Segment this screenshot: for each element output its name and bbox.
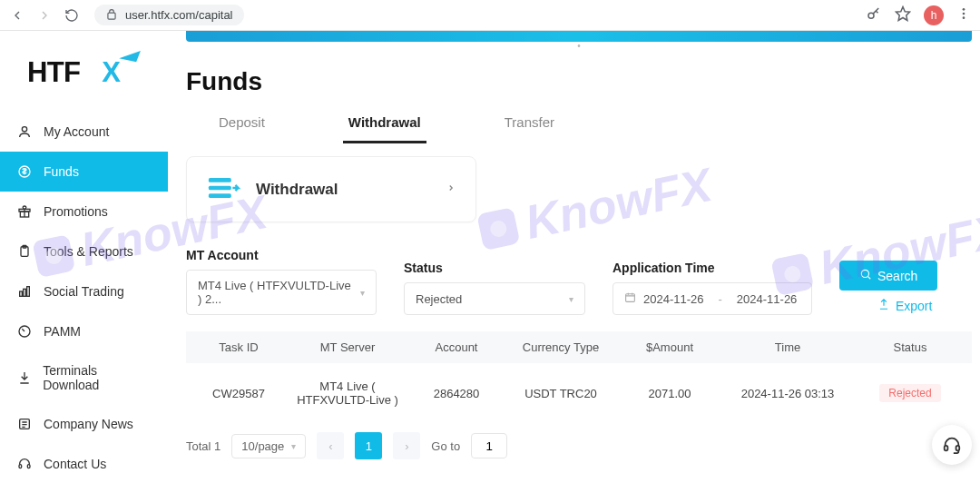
svg-rect-26: [945, 446, 948, 451]
table-header: Task ID MT Server Account Currency Type …: [186, 331, 972, 363]
date-separator: -: [719, 292, 722, 306]
mt-account-select[interactable]: MT4 Live ( HTFXVULTD-Live ) 2... ▾: [186, 270, 377, 315]
news-icon: [16, 416, 33, 432]
chevron-down-icon: ▾: [569, 294, 573, 304]
status-label: Status: [404, 261, 585, 275]
export-icon: [877, 298, 890, 313]
withdrawal-table: Task ID MT Server Account Currency Type …: [186, 331, 972, 423]
status-badge: Rejected: [879, 384, 940, 402]
brand-logo[interactable]: HTF X: [0, 31, 168, 112]
tab-transfer[interactable]: Transfer: [499, 109, 560, 143]
pager-page-1[interactable]: 1: [355, 432, 382, 459]
sidebar-item-label: PAMM: [44, 324, 81, 339]
address-bar[interactable]: user.htfx.com/capital: [94, 5, 244, 25]
support-button[interactable]: [932, 425, 972, 465]
main-content: • Funds Deposit Withdrawal Transfer With…: [168, 31, 980, 483]
reload-button[interactable]: [64, 7, 80, 24]
sidebar-item-social-trading[interactable]: Social Trading: [0, 271, 168, 311]
search-icon: [859, 268, 872, 283]
svg-text:HTF: HTF: [27, 56, 80, 88]
profile-avatar[interactable]: h: [924, 5, 944, 25]
application-time-label: Application Time: [612, 261, 812, 275]
chevron-down-icon: ▾: [291, 441, 296, 451]
pagination: Total 1 10/page ▾ ‹ 1 › Go to: [186, 432, 972, 459]
user-icon: [16, 123, 33, 140]
tab-deposit[interactable]: Deposit: [213, 109, 270, 143]
pager-prev[interactable]: ‹: [317, 432, 344, 459]
key-icon[interactable]: [866, 5, 882, 25]
th-status: Status: [856, 340, 965, 354]
kebab-menu-icon[interactable]: [956, 6, 971, 24]
bookmark-star-icon[interactable]: [895, 5, 911, 25]
search-button[interactable]: Search: [839, 261, 937, 291]
svg-point-3: [963, 8, 965, 11]
sidebar-item-funds[interactable]: Funds: [0, 152, 168, 192]
th-time: Time: [720, 340, 856, 354]
carousel-indicator: •: [186, 42, 972, 51]
date-to: 2024-11-26: [737, 292, 798, 306]
pager-total: Total 1: [186, 439, 220, 453]
withdrawal-card[interactable]: Withdrawal: [186, 156, 476, 222]
forward-button[interactable]: [36, 7, 53, 24]
svg-rect-24: [626, 294, 635, 302]
pager-goto-input[interactable]: [471, 433, 507, 458]
headset-icon: [16, 456, 33, 472]
sidebar-item-label: Tools & Reports: [44, 244, 133, 259]
status-select[interactable]: Rejected ▾: [404, 282, 585, 315]
sidebar-item-company-news[interactable]: Company News: [0, 404, 168, 444]
svg-point-4: [963, 13, 965, 15]
sidebar-item-promotions[interactable]: Promotions: [0, 192, 168, 232]
withdraw-icon: [207, 175, 241, 203]
pager-page-size[interactable]: 10/page ▾: [231, 434, 306, 458]
sidebar-item-label: Terminals Download: [43, 363, 152, 392]
sidebar-item-pamm[interactable]: PAMM: [0, 311, 168, 351]
mt-account-label: MT Account: [186, 248, 377, 262]
cell-time: 2024-11-26 03:13: [720, 387, 856, 400]
cell-mt-server: MT4 Live ( HTFXVULTD-Live ): [284, 380, 411, 407]
sidebar-item-label: Funds: [44, 164, 79, 179]
sidebar-item-label: My Account: [44, 124, 109, 139]
svg-rect-20: [27, 465, 30, 468]
filter-row: MT Account MT4 Live ( HTFXVULTD-Live ) 2…: [186, 244, 972, 315]
svg-rect-14: [20, 291, 23, 296]
svg-rect-0: [108, 13, 115, 19]
date-range-picker[interactable]: 2024-11-26 - 2024-11-26: [612, 282, 812, 315]
th-mt-server: MT Server: [284, 340, 411, 354]
svg-rect-22: [209, 186, 231, 191]
chevron-right-icon: [446, 182, 456, 197]
sidebar: HTF X My Account Funds Promotions Tools …: [0, 31, 168, 483]
svg-rect-23: [209, 193, 231, 198]
chart-icon: [16, 283, 33, 300]
date-from: 2024-11-26: [643, 292, 704, 306]
svg-rect-27: [956, 446, 960, 451]
svg-rect-15: [24, 289, 26, 296]
sidebar-item-contact-us[interactable]: Contact Us: [0, 444, 168, 483]
tab-withdrawal[interactable]: Withdrawal: [343, 109, 426, 143]
svg-rect-16: [27, 287, 30, 297]
download-icon: [16, 370, 32, 386]
gift-icon: [16, 203, 33, 220]
back-button[interactable]: [9, 7, 25, 24]
calendar-icon: [624, 291, 636, 306]
clipboard-icon: [16, 243, 33, 260]
th-account: Account: [411, 340, 502, 354]
status-value: Rejected: [416, 292, 462, 306]
sidebar-item-tools-reports[interactable]: Tools & Reports: [0, 232, 168, 271]
cell-account: 2864280: [411, 387, 502, 400]
site-icon: [105, 9, 118, 22]
sidebar-item-label: Social Trading: [44, 284, 124, 299]
svg-point-25: [861, 270, 868, 277]
table-row: CW29587 MT4 Live ( HTFXVULTD-Live ) 2864…: [186, 363, 972, 423]
sidebar-item-my-account[interactable]: My Account: [0, 112, 168, 152]
export-button[interactable]: Export: [872, 296, 937, 315]
url-text: user.htfx.com/capital: [125, 8, 233, 22]
search-button-label: Search: [877, 269, 917, 283]
sidebar-item-label: Promotions: [44, 204, 108, 219]
pager-next[interactable]: ›: [393, 432, 420, 459]
th-task-id: Task ID: [193, 340, 284, 354]
sidebar-item-label: Contact Us: [44, 457, 106, 471]
sidebar-item-terminals-download[interactable]: Terminals Download: [0, 351, 168, 404]
svg-marker-2: [897, 7, 910, 21]
mt-account-value: MT4 Live ( HTFXVULTD-Live ) 2...: [198, 279, 353, 306]
th-amount: $Amount: [620, 340, 720, 354]
